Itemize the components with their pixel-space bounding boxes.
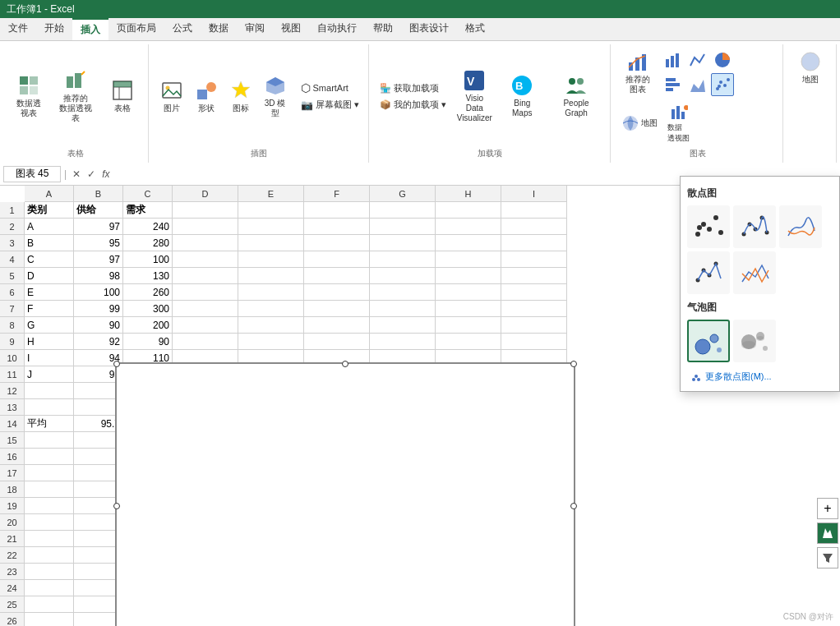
- cell-c3[interactable]: 280: [123, 235, 173, 251]
- chart-filter-button[interactable]: [817, 547, 838, 568]
- tab-data[interactable]: 数据: [201, 18, 237, 40]
- chart-style-button[interactable]: [817, 522, 838, 544]
- recommend-chart-button[interactable]: 推荐的图表: [617, 46, 658, 99]
- picture-label: 图片: [164, 104, 180, 113]
- scatter-option-3[interactable]: [779, 205, 822, 248]
- bubble-option-1[interactable]: [687, 320, 730, 362]
- cell-a6[interactable]: E: [25, 284, 74, 301]
- ribbon-tabs: 文件 开始 插入 页面布局 公式 数据 审阅 视图 自动执行 帮助 图表设计 格…: [0, 18, 840, 41]
- cell-b7[interactable]: 99: [74, 301, 123, 317]
- cell-a9[interactable]: H: [25, 334, 74, 350]
- cell-b1[interactable]: 供给: [74, 202, 123, 219]
- visio-icon: V: [463, 69, 486, 92]
- tab-home[interactable]: 开始: [36, 18, 72, 40]
- tab-auto[interactable]: 自动执行: [309, 18, 365, 40]
- row-header-9: 9: [0, 334, 25, 350]
- cell-a10[interactable]: I: [25, 350, 74, 366]
- cell-a2[interactable]: A: [25, 219, 74, 235]
- cell-c9[interactable]: 90: [123, 334, 173, 350]
- col-header-e: E: [238, 186, 304, 202]
- cell-c6[interactable]: 260: [123, 284, 173, 301]
- pivot-button[interactable]: 数据透视表: [8, 70, 49, 122]
- scatter-chart-button[interactable]: [711, 73, 734, 96]
- confirm-icon[interactable]: ✓: [85, 168, 98, 181]
- cell-e1[interactable]: [238, 202, 304, 219]
- chart-handle-tr[interactable]: [570, 361, 577, 367]
- bar-chart-button[interactable]: [662, 73, 685, 96]
- cell-c5[interactable]: 130: [123, 268, 173, 284]
- scatter-option-2[interactable]: [733, 205, 776, 248]
- icon-button[interactable]: 图标: [224, 76, 257, 117]
- bubble-option-2[interactable]: [733, 320, 776, 362]
- tab-review[interactable]: 审阅: [237, 18, 273, 40]
- cancel-icon[interactable]: ✕: [70, 168, 83, 181]
- cell-f1[interactable]: [304, 202, 370, 219]
- chart-handle-ml[interactable]: [113, 503, 120, 509]
- cell-b3[interactable]: 95: [74, 235, 123, 251]
- cell-c1[interactable]: 需求: [123, 202, 173, 219]
- visio-button[interactable]: V Visio DataVisualizer: [452, 66, 497, 127]
- smartart-button[interactable]: ⬡ SmartArt: [297, 80, 363, 96]
- cell-a1[interactable]: 类别: [25, 202, 74, 219]
- cell-reference[interactable]: [3, 166, 61, 182]
- getaddins-button[interactable]: 🏪 获取加载项: [376, 81, 450, 96]
- scatter-option-4[interactable]: [687, 251, 730, 294]
- bingmaps-button[interactable]: B Bing Maps: [499, 71, 546, 122]
- cell-h1[interactable]: [436, 202, 501, 219]
- chart-handle-tl[interactable]: [113, 361, 120, 367]
- peoplegraph-label: People Graph: [552, 99, 601, 118]
- chart-handle-mr[interactable]: [570, 503, 577, 509]
- cell-b9[interactable]: 92: [74, 334, 123, 350]
- tab-formula[interactable]: 公式: [164, 18, 201, 40]
- cell-b5[interactable]: 98: [74, 268, 123, 284]
- recommended-button[interactable]: 推荐的数据透视表: [51, 65, 100, 127]
- map-btn[interactable]: 地图: [790, 46, 831, 89]
- cell-a5[interactable]: D: [25, 268, 74, 284]
- tab-file[interactable]: 文件: [0, 18, 36, 40]
- table-button[interactable]: 表格: [102, 75, 143, 117]
- tab-layout[interactable]: 页面布局: [108, 18, 164, 40]
- cell-a3[interactable]: B: [25, 235, 74, 251]
- tab-format[interactable]: 格式: [457, 18, 493, 40]
- line-chart-button[interactable]: [686, 48, 709, 71]
- cell-a14[interactable]: 平均: [25, 416, 74, 432]
- chart-handle-tm[interactable]: [342, 361, 348, 367]
- screenshot-button[interactable]: 📷 屏幕截图 ▾: [297, 97, 363, 113]
- 3d-button[interactable]: 3D 模型: [259, 71, 292, 122]
- chart-add-button[interactable]: +: [817, 498, 838, 519]
- cell-g1[interactable]: [370, 202, 436, 219]
- pivot-chart-button[interactable]: 数据透视图: [663, 100, 694, 146]
- cell-b4[interactable]: 97: [74, 251, 123, 268]
- cell-b2[interactable]: 97: [74, 219, 123, 235]
- chart-area[interactable]: [115, 362, 575, 626]
- pie-chart-button[interactable]: [711, 48, 734, 71]
- cell-i1[interactable]: [501, 202, 567, 219]
- scatter-option-1[interactable]: [687, 205, 730, 248]
- cell-d1[interactable]: [173, 202, 238, 219]
- picture-button[interactable]: 图片: [155, 76, 188, 117]
- cell-c4[interactable]: 100: [123, 251, 173, 268]
- myaddin-button[interactable]: 📦 我的加载项 ▾: [376, 97, 450, 113]
- scatter-option-5[interactable]: [733, 251, 776, 294]
- cell-a8[interactable]: G: [25, 317, 74, 334]
- tab-view[interactable]: 视图: [273, 18, 309, 40]
- cell-a7[interactable]: F: [25, 301, 74, 317]
- cell-b6[interactable]: 100: [74, 284, 123, 301]
- cell-c8[interactable]: 200: [123, 317, 173, 334]
- cell-c7[interactable]: 300: [123, 301, 173, 317]
- tab-insert[interactable]: 插入: [72, 18, 108, 40]
- peoplegraph-button[interactable]: People Graph: [547, 71, 606, 122]
- shape-button[interactable]: 形状: [190, 76, 223, 117]
- cell-a4[interactable]: C: [25, 251, 74, 268]
- cell-a11[interactable]: J: [25, 366, 74, 383]
- column-chart-button[interactable]: [662, 48, 685, 71]
- map-chart-button[interactable]: 地图: [617, 112, 662, 135]
- cell-c2[interactable]: 240: [123, 219, 173, 235]
- more-scatter-link[interactable]: 更多散点图(M)...: [687, 369, 833, 384]
- area-chart-button[interactable]: [686, 73, 709, 96]
- cell-b8[interactable]: 90: [74, 317, 123, 334]
- bingmaps-label: Bing Maps: [504, 99, 541, 118]
- tab-chart-design[interactable]: 图表设计: [401, 18, 457, 40]
- fx-icon[interactable]: fx: [99, 168, 112, 181]
- tab-help[interactable]: 帮助: [365, 18, 401, 40]
